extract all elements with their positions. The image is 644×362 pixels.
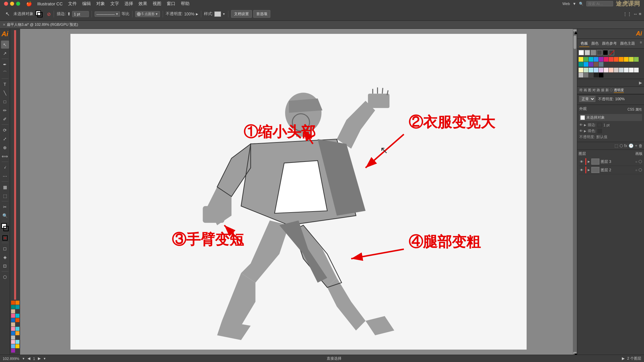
layer-2-vis-icon[interactable]: 👁: [579, 168, 584, 172]
ps-medium-grey[interactable]: [579, 73, 583, 77]
nav-prev-icon[interactable]: ◀: [28, 356, 30, 361]
rotate-tool[interactable]: ⟳: [1, 126, 9, 134]
line-tool[interactable]: ╲: [1, 89, 9, 97]
page-chevron[interactable]: ▼: [43, 357, 46, 360]
style-chevron[interactable]: ▼: [222, 12, 225, 16]
swatch-white[interactable]: [579, 50, 584, 55]
layer-3-lock-icon[interactable]: ○: [635, 160, 637, 164]
ps-light-grey[interactable]: [634, 68, 639, 72]
appear-arrow-icon[interactable]: ▶: [584, 123, 586, 127]
panel-bottom-icon-5[interactable]: 🗑: [639, 143, 643, 148]
tab-color[interactable]: 颜色: [590, 40, 600, 47]
appear-eye-icon[interactable]: 👁: [579, 123, 583, 127]
opacity-chevron[interactable]: ▶: [196, 12, 198, 16]
draw-mode-inside[interactable]: ◈: [1, 253, 9, 261]
scroll-up-button[interactable]: ▲: [573, 29, 577, 32]
artboard-tool[interactable]: ⬚: [1, 192, 9, 200]
swatch-black[interactable]: [603, 50, 608, 55]
panel-icon-play[interactable]: ▶: [639, 80, 642, 85]
panel-bottom-icon-4[interactable]: +: [635, 143, 637, 148]
ps-amber[interactable]: [624, 57, 629, 62]
tab-data[interactable]: 据: [601, 88, 604, 93]
select-tool-icon[interactable]: ↖: [3, 9, 12, 19]
ps-near-white[interactable]: [629, 68, 634, 72]
workspace-selector[interactable]: Web: [562, 2, 570, 6]
point-style-selector[interactable]: 5 点圆形 ▼: [135, 11, 160, 17]
nav-next-icon[interactable]: ▶: [38, 356, 41, 361]
ps-orange[interactable]: [619, 57, 624, 62]
draw-mode-normal[interactable]: ◻: [1, 244, 9, 252]
swatch-none[interactable]: [609, 50, 614, 55]
ps-yellow[interactable]: [579, 57, 583, 62]
stroke-value-input[interactable]: [72, 11, 89, 17]
swatch-amber[interactable]: [15, 331, 19, 335]
ps-very-dark[interactable]: [589, 73, 593, 77]
tab-draw[interactable]: 画: [584, 88, 587, 93]
eyedropper-tool[interactable]: 𝒾: [1, 163, 9, 171]
apple-menu[interactable]: 🍎: [26, 1, 32, 6]
panel-bottom-icon-1[interactable]: ⬚: [614, 143, 618, 148]
draw-mode-behind[interactable]: ⊡: [1, 262, 9, 270]
ps-blue[interactable]: [594, 57, 598, 62]
swatch-yellow[interactable]: [15, 344, 19, 348]
menu-edit[interactable]: 编辑: [82, 1, 91, 7]
layer-3-name[interactable]: 图层 3: [601, 159, 634, 164]
ps-pale-purple[interactable]: [599, 68, 603, 72]
panel-bottom-icon-2[interactable]: ⬡: [620, 143, 623, 148]
ps-pale-grey[interactable]: [619, 68, 624, 72]
vertical-scrollbar[interactable]: ▲ ▼: [573, 29, 577, 355]
none-icon[interactable]: ✕: [2, 235, 8, 241]
menu-view[interactable]: 视图: [153, 1, 161, 7]
line-style-selector[interactable]: ————— ▼: [95, 11, 120, 17]
ps-teal[interactable]: [579, 62, 583, 67]
tab-align[interactable]: 对: [592, 88, 596, 93]
ps-pale-orange[interactable]: [609, 68, 613, 72]
selection-tool[interactable]: ↖: [1, 41, 9, 49]
swatch-grey[interactable]: [11, 336, 15, 340]
menu-window[interactable]: 窗口: [167, 1, 175, 7]
ps-pale-cyan[interactable]: [589, 68, 593, 72]
curvature-tool[interactable]: ⌒: [1, 69, 9, 77]
tab-color-theme[interactable]: 颜色主题: [619, 40, 636, 47]
tab-new[interactable]: 新: [605, 88, 609, 93]
more-icon[interactable]: ≡: [639, 11, 641, 16]
swatch-darkgray[interactable]: [597, 50, 602, 55]
scroll-thumb[interactable]: [574, 36, 576, 49]
layer-3-vis-icon[interactable]: 👁: [579, 159, 584, 164]
pen-tool[interactable]: ✒: [1, 60, 9, 68]
menu-text[interactable]: 文字: [110, 1, 119, 7]
swatch-purple[interactable]: [11, 349, 15, 353]
ps-pink[interactable]: [604, 57, 608, 62]
panel-bottom-fx[interactable]: fx: [624, 143, 627, 148]
scroll-down-button[interactable]: ▼: [573, 352, 577, 354]
shape-tool[interactable]: □: [1, 98, 9, 106]
minimize-button[interactable]: [10, 2, 14, 6]
panel-menu-icon[interactable]: ≡: [640, 40, 642, 47]
swatch-orange2[interactable]: [15, 318, 19, 322]
ps-cyan[interactable]: [589, 57, 593, 62]
ps-purple[interactable]: [599, 57, 603, 62]
tab-swatches[interactable]: 色板: [579, 40, 589, 47]
appear-fill-swatch[interactable]: [597, 129, 602, 133]
swatch-gray[interactable]: [591, 50, 596, 55]
slice-tool[interactable]: ✂: [1, 203, 9, 211]
menu-effect[interactable]: 效果: [139, 1, 147, 7]
swatch-skin[interactable]: [11, 309, 15, 313]
appear-stroke-swatch[interactable]: [597, 123, 602, 127]
tab-path[interactable]: 路: [597, 88, 600, 93]
swatch-blue2[interactable]: [11, 331, 15, 335]
layer-row-2[interactable]: 👁 ▶ 图层 2 ○: [579, 166, 643, 174]
direct-select-tool[interactable]: ↗: [1, 49, 9, 57]
swatch-light-teal[interactable]: [15, 327, 19, 331]
ps-green[interactable]: [584, 57, 588, 62]
tab-symbol[interactable]: 符: [579, 88, 583, 93]
ps-lime[interactable]: [629, 57, 634, 62]
swatch-orange-dark[interactable]: [11, 301, 15, 305]
menu-select[interactable]: 选择: [124, 1, 133, 7]
search-input[interactable]: [586, 1, 613, 6]
swatch-cyan[interactable]: [15, 305, 19, 309]
ps-very-pale[interactable]: [624, 68, 629, 72]
ps-pale-pink[interactable]: [604, 68, 608, 72]
ps-red[interactable]: [609, 57, 613, 62]
tab-close-icon[interactable]: ✕: [3, 23, 5, 26]
